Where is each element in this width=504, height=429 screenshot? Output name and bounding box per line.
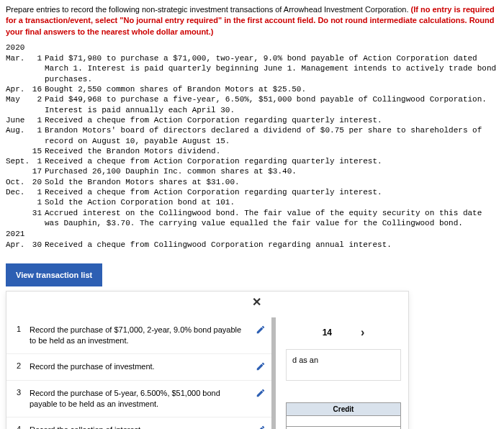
view-transaction-list-button[interactable]: View transaction list	[6, 263, 102, 286]
transaction-row: Oct.20Sold the Brandon Motors shares at …	[6, 177, 498, 187]
panel-area: ✕ 1Record the purchase of $71,000, 2-yea…	[0, 291, 504, 429]
trans-desc: Brandon Motors' board of directors decla…	[45, 125, 498, 146]
nav-number: 14	[323, 328, 332, 338]
transaction-row: 1Sold the Action Corporation bond at 101…	[6, 197, 498, 207]
trans-month: Dec.	[6, 187, 32, 197]
trans-day: 1	[32, 115, 45, 125]
transaction-row: Apr.30Received a cheque from Collingwood…	[6, 240, 498, 250]
transaction-row: Dec.1Received a cheque from Action Corpo…	[6, 187, 498, 197]
trans-desc: Received the Brandon Motors dividend.	[45, 146, 498, 156]
trans-day: 16	[32, 84, 45, 94]
trans-desc: Purchased 26,100 Dauphin Inc. common sha…	[45, 166, 498, 176]
trans-month	[6, 197, 32, 207]
transaction-popup: ✕ 1Record the purchase of $71,000, 2-yea…	[6, 291, 409, 429]
trans-month	[6, 166, 32, 176]
pencil-icon[interactable]	[256, 425, 266, 429]
trans-day: 15	[32, 146, 45, 156]
transactions-2021: Apr.30Received a cheque from Collingwood…	[0, 240, 504, 250]
transaction-row: Aug.1Brandon Motors' board of directors …	[6, 125, 498, 146]
trans-desc: Received a cheque from Action Corporatio…	[45, 156, 498, 166]
trans-month: May	[6, 94, 32, 115]
transaction-row: May2Paid $49,968 to purchase a five-year…	[6, 94, 498, 115]
pencil-icon[interactable]	[256, 388, 266, 398]
credit-cell[interactable]	[287, 426, 401, 429]
header-intro: Prepare entries to record the following …	[6, 5, 411, 14]
trans-month: Sept.	[6, 156, 32, 166]
transaction-row: Sept.1Received a cheque from Action Corp…	[6, 156, 498, 166]
trans-desc: Bought 2,550 common shares of Brandon Mo…	[45, 84, 498, 94]
transaction-row: Mar.1Paid $71,980 to purchase a $71,000,…	[6, 53, 498, 84]
list-item[interactable]: 1Record the purchase of $71,000, 2-year,…	[6, 317, 271, 355]
nav-row: 14 ›	[286, 320, 401, 349]
credit-header: Credit	[287, 402, 401, 415]
trans-desc: Paid $49,968 to purchase a five-year, 6.…	[45, 94, 498, 115]
trans-day: 17	[32, 166, 45, 176]
close-icon[interactable]: ✕	[252, 295, 261, 309]
trans-day: 2	[32, 94, 45, 115]
transaction-row: 15Received the Brandon Motors dividend.	[6, 146, 498, 156]
trans-desc: Sold the Brandon Motors shares at $31.00…	[45, 177, 498, 187]
list-item-number: 3	[17, 388, 30, 397]
trans-desc: Paid $71,980 to purchase a $71,000, two-…	[45, 53, 498, 84]
year-2020: 2020	[0, 42, 504, 53]
list-item-text: Record the purchase of $71,000, 2-year, …	[30, 325, 256, 347]
trans-day: 1	[32, 53, 45, 84]
trans-desc: Received a cheque from Action Corporatio…	[45, 115, 498, 125]
snippet-box: d as an	[286, 349, 401, 381]
trans-desc: Received a cheque from Collingwood Corpo…	[45, 240, 498, 250]
trans-month: Mar.	[6, 53, 32, 84]
pencil-icon[interactable]	[256, 325, 266, 335]
trans-month	[6, 146, 32, 156]
list-item-text: Record the collection of interest.	[30, 425, 256, 429]
list-item-number: 1	[17, 325, 30, 333]
list-item[interactable]: 2Record the purchase of investment.	[6, 354, 271, 380]
chevron-right-icon[interactable]: ›	[361, 326, 364, 339]
trans-month: June	[6, 115, 32, 125]
list-item-number: 2	[17, 361, 30, 370]
credit-table: Credit	[286, 402, 401, 429]
close-row: ✕	[6, 292, 408, 313]
trans-desc: Received a cheque from Action Corporatio…	[45, 187, 498, 197]
trans-desc: Sold the Action Corporation bond at 101.	[45, 197, 498, 207]
list-side: 1Record the purchase of $71,000, 2-year,…	[6, 313, 279, 429]
trans-month: Apr.	[6, 84, 32, 94]
list-scroll[interactable]: 1Record the purchase of $71,000, 2-year,…	[6, 317, 276, 429]
trans-month: Apr.	[6, 240, 32, 250]
trans-day: 1	[32, 197, 45, 207]
trans-day: 20	[32, 177, 45, 187]
list-item[interactable]: 4Record the collection of interest.	[6, 417, 271, 429]
transaction-row: Apr.16Bought 2,550 common shares of Bran…	[6, 84, 498, 94]
list-item[interactable]: 3Record the purchase of 5-year, 6.500%, …	[6, 381, 271, 418]
pencil-icon[interactable]	[256, 361, 266, 371]
credit-cell[interactable]	[287, 415, 401, 426]
trans-month: Aug.	[6, 125, 32, 146]
trans-day: 1	[32, 156, 45, 166]
right-side: 14 › d as an Credit	[279, 313, 408, 429]
trans-day: 1	[32, 187, 45, 197]
list-item-number: 4	[17, 425, 30, 429]
transaction-row: 17Purchased 26,100 Dauphin Inc. common s…	[6, 166, 498, 176]
trans-day: 1	[32, 125, 45, 146]
list-item-text: Record the purchase of investment.	[30, 361, 256, 372]
list-item-text: Record the purchase of 5-year, 6.500%, $…	[30, 388, 256, 410]
trans-day: 30	[32, 240, 45, 250]
problem-header: Prepare entries to record the following …	[0, 0, 504, 42]
trans-desc: Accrued interest on the Collingwood bond…	[45, 208, 498, 229]
transaction-row: June1Received a cheque from Action Corpo…	[6, 115, 498, 125]
transaction-row: 31Accrued interest on the Collingwood bo…	[6, 208, 498, 229]
transactions-2020: Mar.1Paid $71,980 to purchase a $71,000,…	[0, 53, 504, 228]
trans-day: 31	[32, 208, 45, 229]
popup-body: 1Record the purchase of $71,000, 2-year,…	[6, 313, 408, 429]
year-2021: 2021	[0, 228, 504, 240]
trans-month: Oct.	[6, 177, 32, 187]
trans-month	[6, 208, 32, 229]
